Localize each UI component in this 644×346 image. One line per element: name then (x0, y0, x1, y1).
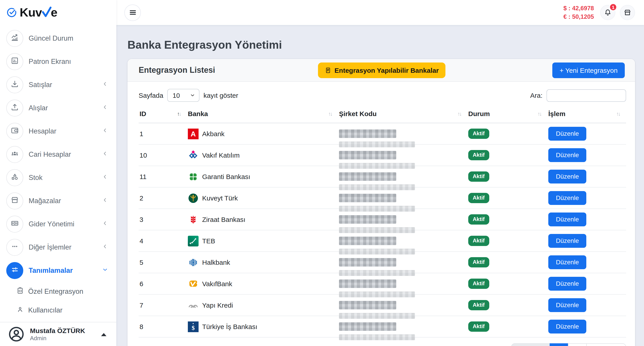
redacted-code-subline (339, 142, 415, 147)
redacted-code (339, 215, 396, 224)
edit-button[interactable]: Düzenle (548, 255, 586, 269)
caret-up-icon[interactable] (101, 333, 106, 336)
search-label: Ara: (530, 92, 542, 99)
column-label: ID (140, 110, 146, 117)
cell-bank: TEB (187, 230, 338, 252)
chevron-left-icon (102, 104, 108, 112)
sidebar-item-g-ncel-durum[interactable]: Güncel Durum (0, 27, 116, 50)
vakifbank-icon (188, 278, 198, 289)
pagination-next[interactable]: Sonraki (586, 343, 626, 346)
cell-action: Düzenle (548, 252, 626, 273)
edit-button[interactable]: Düzenle (548, 170, 586, 183)
status-badge: Aktif (468, 172, 489, 182)
cell-id: 5 (139, 252, 187, 273)
integratable-banks-button[interactable]: Entegrasyon Yapılabilir Bankalar (318, 62, 446, 78)
edit-button[interactable]: Düzenle (548, 212, 586, 226)
pagination-prev[interactable]: Önceki (511, 343, 550, 346)
cell-id: 1 (139, 123, 187, 145)
page-size-select[interactable]: 10 (167, 89, 200, 102)
brand-logo[interactable]: Kuve (0, 0, 116, 25)
sidebar-subitem-label: Kullanıcılar (28, 306, 62, 314)
sidebar-item-label: Cari Hesaplar (28, 151, 96, 159)
sidebar-subitem-zel-entegrasyon[interactable]: Özel Entegrasyon (0, 282, 116, 301)
sidebar-item-al-lar[interactable]: Alışlar (0, 96, 116, 120)
cell-bank: Yapı Kredi (187, 294, 338, 316)
column-header-irket-kodu[interactable]: Şirket Kodu↑↓ (338, 107, 467, 123)
store-icon (10, 195, 19, 206)
sort-icon[interactable]: ↑↓ (328, 111, 332, 117)
bank-name: Ziraat Bankası (202, 216, 245, 223)
icon-circle (6, 192, 23, 209)
cell-status: Aktif (467, 145, 548, 166)
cell-bank: Kuveyt Türk (187, 187, 338, 209)
chevron-left-icon (102, 127, 108, 135)
sidebar-item-sat-lar[interactable]: Satışlar (0, 73, 116, 96)
sidebar-subitem-kullan-c-lar[interactable]: Kullanıcılar (0, 301, 116, 320)
sort-icon[interactable]: ↑↓ (458, 111, 461, 117)
column-header-i-lem[interactable]: İşlem↑↓ (548, 107, 626, 123)
sidebar-item-gider-y-netimi[interactable]: Gider Yönetimi (0, 212, 116, 236)
topbar: $ : 42,6978 € : 50,1205 1 (116, 0, 644, 25)
edit-button[interactable]: Düzenle (548, 234, 586, 248)
sort-icon[interactable]: ↑↓ (616, 111, 620, 117)
cell-company-code (338, 166, 467, 187)
sort-icon[interactable]: ↑↓ (177, 111, 181, 117)
sidebar-item-label: Alışlar (28, 104, 96, 112)
edit-button[interactable]: Düzenle (548, 127, 586, 141)
cell-action: Düzenle (548, 145, 626, 166)
column-header-durum[interactable]: Durum↑↓ (467, 107, 548, 123)
cell-bank: Garanti Bankası (187, 166, 338, 187)
column-header-banka[interactable]: Banka↑↓ (187, 107, 338, 123)
bank-name: Akbank (202, 130, 224, 138)
icon-circle (6, 53, 23, 70)
new-integration-button[interactable]: + Yeni Entegrasyon (552, 62, 625, 78)
sidebar-item-ma-azalar[interactable]: Mağazalar (0, 189, 116, 212)
status-badge: Aktif (468, 322, 489, 332)
sidebar-toggle-button[interactable] (124, 4, 141, 21)
pagination-page-1[interactable]: 1 (550, 343, 568, 346)
user-panel[interactable]: Mustafa ÖZTÜRK Admin (0, 322, 116, 346)
search-input[interactable] (546, 89, 626, 102)
marketplace-button[interactable] (620, 5, 635, 20)
cell-action: Düzenle (548, 187, 626, 209)
pagination: Önceki12Sonraki (139, 343, 626, 346)
page-size-suffix: kayıt göster (204, 92, 238, 99)
redacted-code (339, 280, 396, 288)
sidebar-item-cari-hesaplar[interactable]: Cari Hesaplar (0, 143, 116, 166)
wallet-icon (10, 126, 19, 137)
edit-button[interactable]: Düzenle (548, 298, 586, 312)
user-icon (16, 305, 24, 315)
topbar-right: $ : 42,6978 € : 50,1205 1 (563, 4, 635, 21)
shapes-icon (10, 172, 19, 183)
cell-status: Aktif (467, 230, 548, 252)
sort-icon[interactable]: ↑↓ (538, 111, 541, 117)
table-row: 8$Türkiye İş BankasıAktifDüzenle (139, 316, 626, 337)
cell-status: Aktif (467, 187, 548, 209)
sidebar-item-label: Gider Yönetimi (28, 220, 96, 228)
sidebar-item-tan-mlamalar[interactable]: Tanımlamalar (0, 259, 116, 282)
sidebar-item-patron-ekran[interactable]: Patron Ekranı (0, 50, 116, 73)
sidebar-item-label: Satışlar (28, 81, 96, 89)
icon-circle (6, 76, 23, 93)
sidebar-item-di-er-i-lemler[interactable]: Diğer İşlemler (0, 236, 116, 259)
table-row: 3Ziraat BankasıAktifDüzenle (139, 209, 626, 230)
sidebar-item-hesaplar[interactable]: Hesaplar (0, 120, 116, 143)
edit-button[interactable]: Düzenle (548, 148, 586, 162)
redacted-code-subline (339, 292, 415, 297)
column-header-id[interactable]: ID↑↓ (139, 107, 187, 123)
pagination-page-2[interactable]: 2 (568, 343, 587, 346)
notifications-button[interactable]: 1 (600, 5, 616, 20)
edit-button[interactable]: Düzenle (548, 320, 586, 334)
icon-circle (6, 30, 23, 47)
is-bankasi-icon: $ (188, 321, 198, 332)
sidebar-item-stok[interactable]: Stok (0, 166, 116, 189)
cell-action: Düzenle (548, 316, 626, 337)
cell-company-code (338, 145, 467, 166)
halkbank-icon (188, 257, 198, 268)
usd-rate: $ : 42,6978 (563, 4, 594, 12)
redacted-code-subline (339, 313, 415, 319)
edit-button[interactable]: Düzenle (548, 277, 586, 291)
edit-button[interactable]: Düzenle (548, 191, 586, 205)
redacted-code (339, 301, 396, 309)
cell-id: 7 (139, 294, 187, 316)
